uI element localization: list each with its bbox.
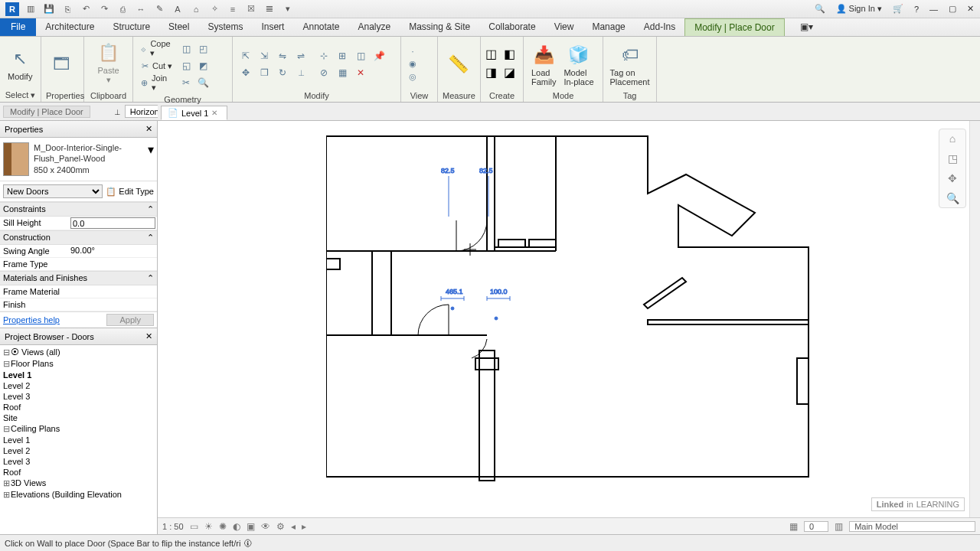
swing-angle-value[interactable]: 90.00° bbox=[69, 245, 157, 257]
ceiling-plans-node[interactable]: ⊟Ceiling Plans bbox=[3, 423, 154, 435]
nav-zoom-icon[interactable]: 🔍 bbox=[946, 192, 959, 204]
view-2-icon[interactable]: ◉ bbox=[406, 58, 420, 70]
sun-icon[interactable]: ✺ bbox=[219, 521, 227, 532]
switch-icon[interactable]: 𝌆 bbox=[263, 2, 276, 16]
geom-6-icon[interactable]: 🔍 bbox=[195, 75, 211, 90]
nav-cube-icon[interactable]: ◳ bbox=[948, 152, 958, 165]
thin-lines-icon[interactable]: ≡ bbox=[226, 2, 240, 16]
zoom-value[interactable]: 0 bbox=[804, 521, 828, 532]
cut-button[interactable]: ✂Cut ▾ bbox=[138, 60, 174, 72]
type-selector[interactable]: M_Door-Interior-Single-Flush_Panel-Wood … bbox=[0, 138, 157, 181]
exchange-icon[interactable]: 🛒 bbox=[890, 2, 906, 15]
orient-icon[interactable]: ⟂ bbox=[115, 107, 120, 116]
rotate-icon[interactable]: ↻ bbox=[274, 65, 291, 80]
measure-icon[interactable]: ↔ bbox=[134, 2, 148, 16]
create-4-icon[interactable]: ◪ bbox=[504, 65, 521, 82]
geom-3-icon[interactable]: ◱ bbox=[178, 58, 194, 73]
type-dropdown-icon[interactable]: ▾ bbox=[148, 142, 154, 176]
signin-button[interactable]: 👤 Sign In ▾ bbox=[833, 2, 885, 15]
redo-icon[interactable]: ↷ bbox=[97, 2, 111, 16]
create-3-icon[interactable]: ◨ bbox=[485, 65, 502, 82]
3d-views-node[interactable]: ⊞3D Views bbox=[3, 478, 154, 489]
ceiling-l1-node[interactable]: Level 1 bbox=[3, 435, 154, 445]
tab-addins[interactable]: Add-Ins bbox=[635, 18, 684, 36]
3d-icon[interactable]: ⌂ bbox=[189, 2, 203, 16]
doc-tab-level1[interactable]: 📄 Level 1✕ bbox=[161, 106, 227, 120]
array-icon[interactable]: ⊞ bbox=[334, 48, 351, 64]
properties-help-link[interactable]: Properties help bbox=[3, 315, 60, 324]
crop-icon[interactable]: ▣ bbox=[247, 521, 255, 532]
finish-value[interactable] bbox=[69, 298, 157, 311]
cat-materials[interactable]: Materials and Finishes⌃ bbox=[0, 271, 157, 285]
filter-select[interactable]: New Doors bbox=[3, 184, 103, 198]
align-icon[interactable]: ⇱ bbox=[237, 48, 254, 64]
print-icon[interactable]: ⎙ bbox=[116, 2, 129, 16]
sync-icon[interactable]: ⎘ bbox=[60, 2, 74, 16]
split-icon[interactable]: ⊹ bbox=[315, 48, 332, 64]
elevations-node[interactable]: ⊞Elevations (Building Elevation bbox=[3, 489, 154, 500]
delete-icon[interactable]: ✕ bbox=[352, 65, 369, 80]
help-icon[interactable]: ? bbox=[911, 3, 922, 15]
offset-icon[interactable]: ⇲ bbox=[256, 48, 273, 64]
mirror-draw-icon[interactable]: ⇌ bbox=[292, 48, 309, 64]
cope-button[interactable]: ⟐Cope ▾ bbox=[138, 38, 174, 59]
floor-plans-node[interactable]: ⊟Floor Plans bbox=[3, 358, 154, 370]
sill-height-input[interactable] bbox=[70, 217, 155, 229]
tab-file[interactable]: File bbox=[0, 18, 36, 36]
copy-icon[interactable]: ❐ bbox=[256, 65, 273, 80]
site-node[interactable]: Site bbox=[3, 412, 154, 423]
tab-systems[interactable]: Systems bbox=[198, 18, 252, 36]
close-hidden-icon[interactable]: ☒ bbox=[244, 2, 258, 16]
geom-4-icon[interactable]: ◩ bbox=[195, 58, 211, 73]
maximize-button[interactable]: ▢ bbox=[946, 2, 959, 15]
properties-close-icon[interactable]: ✕ bbox=[145, 124, 152, 134]
tab-structure[interactable]: Structure bbox=[103, 18, 159, 36]
browser-close-icon[interactable]: ✕ bbox=[145, 331, 152, 341]
tab-architecture[interactable]: Architecture bbox=[36, 18, 103, 36]
search-icon[interactable]: 🔍 bbox=[812, 2, 828, 15]
edit-type-button[interactable]: 📋 Edit Type bbox=[106, 187, 154, 197]
tab-insert[interactable]: Insert bbox=[252, 18, 293, 36]
tab-view[interactable]: View bbox=[545, 18, 583, 36]
dropdown-icon[interactable]: ▾ bbox=[281, 2, 295, 16]
text-icon[interactable]: A bbox=[171, 2, 185, 16]
create-2-icon[interactable]: ◧ bbox=[504, 47, 521, 64]
undo-icon[interactable]: ↶ bbox=[79, 2, 93, 16]
tab-steel[interactable]: Steel bbox=[159, 18, 198, 36]
model-icon[interactable]: ▥ bbox=[835, 521, 843, 532]
frame-material-value[interactable] bbox=[69, 285, 157, 298]
tag-on-placement-button[interactable]: 🏷Tag on Placement bbox=[608, 41, 652, 88]
model-select[interactable]: Main Model bbox=[849, 521, 975, 532]
view-3-icon[interactable]: ◎ bbox=[406, 71, 420, 83]
hide-icon[interactable]: 👁 bbox=[261, 521, 270, 532]
nav-left-icon[interactable]: ◂ bbox=[291, 521, 296, 532]
tab-manage[interactable]: Manage bbox=[583, 18, 634, 36]
geom-2-icon[interactable]: ◰ bbox=[195, 41, 211, 57]
tab-collaborate[interactable]: Collaborate bbox=[479, 18, 544, 36]
mirror-axis-icon[interactable]: ⇋ bbox=[274, 48, 291, 64]
tab-modify-place-door[interactable]: Modify | Place Door bbox=[684, 18, 785, 36]
dim-icon[interactable]: ✎ bbox=[152, 2, 166, 16]
select-mode-icon[interactable]: ▦ bbox=[789, 521, 798, 532]
ceiling-l2-node[interactable]: Level 2 bbox=[3, 445, 154, 456]
tab-annotate[interactable]: Annotate bbox=[293, 18, 348, 36]
scrollbar-vertical[interactable] bbox=[969, 121, 980, 517]
geom-5-icon[interactable]: ✂ bbox=[178, 75, 194, 90]
roof-node[interactable]: Roof bbox=[3, 402, 154, 412]
tab-collapse-icon[interactable]: ▣▾ bbox=[791, 18, 822, 36]
pin-icon[interactable]: 📌 bbox=[371, 48, 387, 64]
level-3-node[interactable]: Level 3 bbox=[3, 391, 154, 402]
tab-analyze[interactable]: Analyze bbox=[349, 18, 400, 36]
views-node[interactable]: ⊟⦿ Views (all) bbox=[3, 347, 154, 358]
ceiling-roof-node[interactable]: Roof bbox=[3, 467, 154, 478]
style-icon[interactable]: ☀ bbox=[204, 521, 213, 532]
scale-label[interactable]: 1 : 50 bbox=[162, 522, 184, 531]
cat-construction[interactable]: Construction⌃ bbox=[0, 230, 157, 245]
canvas[interactable]: 82.5 82.5 465.1 100.0 bbox=[158, 121, 980, 534]
view-1-icon[interactable]: · bbox=[406, 45, 420, 57]
modify-button[interactable]: ↖Modify bbox=[5, 44, 35, 83]
load-family-button[interactable]: 📥Load Family bbox=[528, 41, 559, 88]
reveal-icon[interactable]: ⚙ bbox=[276, 521, 285, 532]
status-icon[interactable]: 🛈 bbox=[243, 539, 252, 548]
open-icon[interactable]: ▥ bbox=[24, 2, 38, 16]
